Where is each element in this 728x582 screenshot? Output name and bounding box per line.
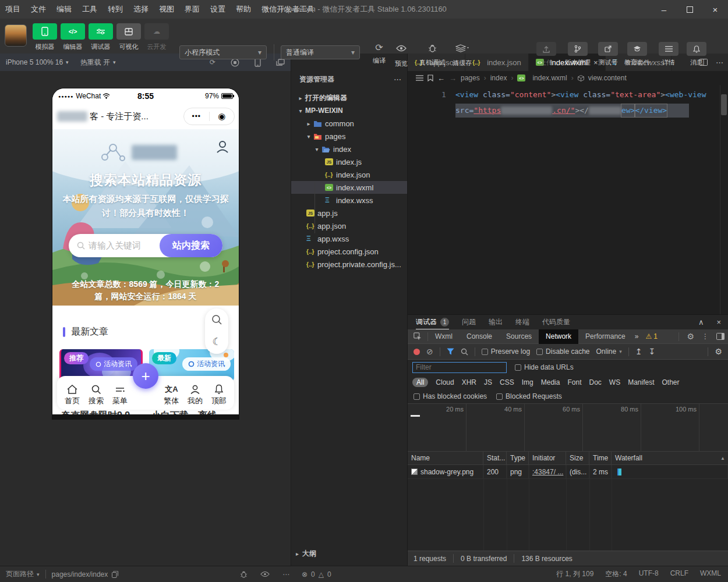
editor-scrollbar-track[interactable] (720, 85, 728, 314)
menu-edit[interactable]: 编辑 (51, 4, 77, 15)
filter-font[interactable]: Font (567, 378, 581, 386)
menu-settings[interactable]: 设置 (205, 4, 231, 15)
filter-xhr[interactable]: XHR (462, 378, 476, 386)
visualize-toggle-button[interactable]: 可视化 (114, 23, 143, 51)
menu-select[interactable]: 选择 (128, 4, 154, 15)
code-area[interactable]: 1 <view class="content"><view class="tex… (408, 85, 728, 314)
hide-data-urls-checkbox[interactable]: Hide data URLs (515, 363, 574, 371)
initiator-link[interactable]: :43847/ ... (532, 468, 563, 476)
page-path-select[interactable]: 页面路径 ▾ (6, 569, 40, 579)
project-avatar[interactable] (5, 24, 27, 47)
devtools-settings-icon[interactable]: ⚙ (687, 332, 694, 341)
mode-select[interactable]: 小程序模式 ▾ (179, 45, 267, 59)
import-har-icon[interactable]: ↥ (635, 347, 642, 356)
bookmark-icon[interactable] (427, 74, 433, 81)
site-search-button[interactable]: 站内搜索 (160, 234, 222, 257)
col-name[interactable]: Name (408, 452, 483, 464)
menu-interface[interactable]: 界面 (179, 4, 205, 15)
list-icon[interactable] (416, 75, 423, 81)
root-folder[interactable]: ▾ MP-WEIXIN (291, 104, 407, 117)
outline-section[interactable]: ▸ 大纲 (296, 549, 316, 559)
filter-img[interactable]: Img (522, 378, 533, 386)
record-network-icon[interactable] (414, 349, 420, 355)
compile-mode-select[interactable]: 普通编译 ▾ (281, 45, 360, 59)
cloud-dev-button[interactable]: ☁ 云开发 (142, 23, 171, 51)
filter-doc[interactable]: Doc (589, 378, 601, 386)
crumb-pages[interactable]: pages (461, 74, 480, 82)
col-initiator[interactable]: Initiator (529, 452, 566, 464)
col-size[interactable]: Size (566, 452, 589, 464)
rotate-icon[interactable]: ⟳ (210, 58, 215, 66)
filter-media[interactable]: Media (541, 378, 560, 386)
disable-cache-checkbox[interactable]: Disable cache (536, 347, 589, 356)
more-icon[interactable]: ⋯ (394, 75, 401, 84)
network-overview-timeline[interactable]: 20 ms 40 ms 60 ms 80 ms 100 ms (408, 403, 728, 452)
forward-icon[interactable]: → (449, 74, 457, 83)
preserve-log-checkbox[interactable]: Preserve log (482, 347, 530, 356)
filter-funnel-icon[interactable] (447, 348, 454, 355)
col-time[interactable]: Time (589, 452, 612, 464)
tab-top[interactable]: 顶部 (207, 384, 231, 406)
collapse-panel-icon[interactable]: ∧ (698, 318, 704, 327)
tab-debugger[interactable]: 调试器 1 (416, 315, 449, 329)
multi-window-icon[interactable] (276, 59, 285, 66)
throttling-select[interactable]: Online▾ (596, 347, 621, 356)
version-control-button[interactable]: 版本管理 (561, 42, 594, 67)
col-status[interactable]: Stat... (483, 452, 507, 464)
simulator-toggle-button[interactable]: 模拟器 (30, 23, 59, 51)
network-filter-input[interactable] (412, 362, 507, 373)
open-editors-section[interactable]: ▸ 打开的编辑器 (291, 91, 407, 104)
file-index-json[interactable]: {..} index.json (291, 168, 407, 181)
filter-all[interactable]: All (412, 378, 428, 387)
device-select[interactable]: iPhone 5 100% 16▾ (6, 58, 69, 66)
debugger-toggle-button[interactable]: 调试器 (86, 23, 115, 51)
target-icon[interactable]: ◉ (210, 111, 235, 122)
network-request-row[interactable]: shadow-grey.png 200 png :43847/ ... (dis… (408, 465, 728, 479)
warning-count-badge[interactable]: ⚠1 (645, 332, 657, 340)
file-project-config[interactable]: {..} project.config.json (291, 245, 407, 258)
copy-icon[interactable] (112, 571, 118, 578)
add-button[interactable]: + (133, 363, 158, 389)
kebab-menu-icon[interactable]: ⋮ (702, 332, 709, 340)
blocked-requests-checkbox[interactable]: Blocked Requests (496, 392, 562, 400)
messages-button[interactable]: 消息 (680, 42, 713, 67)
col-type[interactable]: Type (507, 452, 529, 464)
file-app-json[interactable]: {..} app.json (291, 219, 407, 232)
folder-common[interactable]: ▸ common (291, 117, 407, 130)
col-waterfall[interactable]: Waterfall (612, 452, 728, 464)
clear-cache-button[interactable]: 清缓存 (448, 42, 476, 68)
maximize-button[interactable] (677, 0, 702, 19)
user-icon[interactable] (215, 140, 229, 154)
menu-project[interactable]: 项目 (0, 4, 26, 15)
tab-search[interactable]: 搜索 (84, 384, 108, 406)
tab-code-quality[interactable]: 代码质量 (542, 317, 570, 327)
moon-icon[interactable]: ☾ (212, 336, 221, 348)
tab-mine[interactable]: 我的 (183, 384, 207, 406)
filter-ws[interactable]: WS (609, 378, 620, 386)
devtools-tab-wxml[interactable]: Wxml (428, 332, 460, 340)
cursor-position[interactable]: 行 1, 列 109 (556, 569, 593, 579)
crumb-file[interactable]: index.wxml (532, 74, 567, 82)
network-settings-icon[interactable]: ⚙ (715, 347, 722, 356)
file-app-js[interactable]: JS app.js (291, 207, 407, 219)
capsule-menu[interactable]: ••• ◉ (183, 108, 235, 125)
encoding-setting[interactable]: UTF-8 (639, 569, 659, 579)
site-search-input[interactable]: 请输入关键词 (69, 234, 160, 257)
editor-scrollbar-thumb[interactable] (721, 94, 727, 115)
problems-indicator[interactable]: ⊗ 0 △ 0 (302, 570, 331, 579)
minimize-button[interactable]: – (651, 0, 677, 19)
clear-network-icon[interactable]: ⊘ (426, 347, 433, 356)
test-account-button[interactable]: 测试号 (592, 42, 624, 67)
devtools-tab-network[interactable]: Network (539, 329, 578, 344)
visibility-status-icon[interactable] (260, 571, 270, 577)
indent-setting[interactable]: 空格: 4 (605, 569, 627, 579)
eol-setting[interactable]: CRLF (670, 569, 688, 579)
tab-problems[interactable]: 问题 (462, 317, 476, 327)
devtools-tab-sources[interactable]: Sources (499, 332, 539, 340)
search-network-icon[interactable] (461, 348, 468, 356)
more-icon[interactable]: ⋯ (716, 58, 723, 67)
inspect-icon[interactable] (408, 332, 427, 340)
menu-tools[interactable]: 工具 (77, 4, 103, 15)
tab-terminal[interactable]: 终端 (515, 317, 529, 327)
tab-output[interactable]: 输出 (489, 317, 503, 327)
